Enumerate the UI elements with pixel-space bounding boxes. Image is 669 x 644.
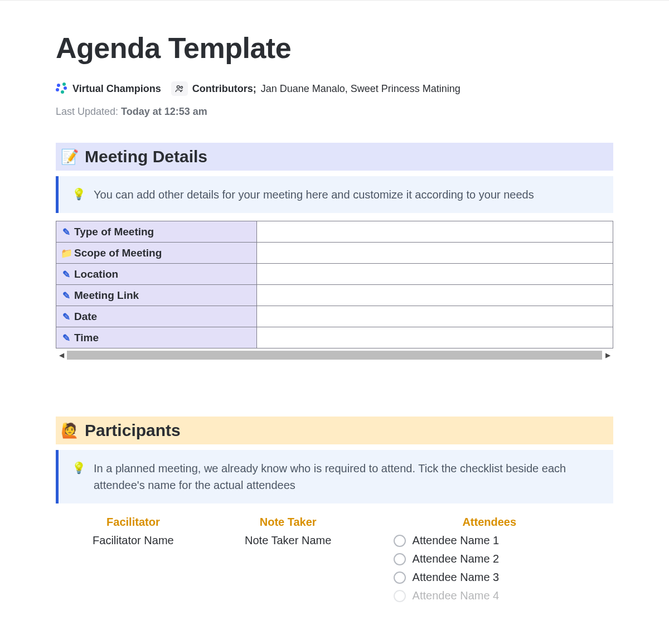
contributors-icon <box>171 81 188 96</box>
memo-icon: 📝 <box>61 148 78 165</box>
participants-callout-text: In a planned meeting, we already know wh… <box>94 460 600 493</box>
attendee-name[interactable]: Attendee Name 3 <box>413 571 500 584</box>
table-row: ✎Type of Meeting <box>56 221 613 243</box>
team-logo-icon <box>56 83 68 95</box>
table-row: ✎Time <box>56 327 613 348</box>
contributors-names: Jan Duane Manalo, Sweet Princess Matinin… <box>261 83 460 95</box>
section-header-meeting-details: 📝 Meeting Details <box>56 143 613 171</box>
meta-row: Virtual Champions Contributors; Jan Duan… <box>56 81 613 96</box>
detail-label: Time <box>74 332 99 343</box>
last-updated: Last Updated: Today at 12:53 am <box>56 106 613 118</box>
detail-label-cell[interactable]: ✎Time <box>56 327 257 348</box>
meeting-details-callout-text: You can add other details for your meeti… <box>94 186 534 203</box>
svg-point-1 <box>181 86 183 89</box>
attendee-name[interactable]: Attendee Name 1 <box>413 534 500 547</box>
detail-label: Meeting Link <box>74 289 139 301</box>
raising-hand-icon: 🙋 <box>61 422 78 439</box>
detail-label-cell[interactable]: ✎Location <box>56 264 257 285</box>
table-row: 📁Scope of Meeting <box>56 243 613 264</box>
attendee-name[interactable]: Attendee Name 2 <box>413 553 500 565</box>
detail-label: Scope of Meeting <box>74 247 162 259</box>
pencil-icon: ✎ <box>61 290 72 302</box>
lightbulb-icon: 💡 <box>72 460 86 476</box>
detail-label-cell[interactable]: ✎Type of Meeting <box>56 221 257 243</box>
detail-label-cell[interactable]: 📁Scope of Meeting <box>56 243 257 264</box>
document-page: Agenda Template Virtual Champions Contri… <box>0 0 669 630</box>
notetaker-name[interactable]: Note Taker Name <box>211 534 366 547</box>
contributors-chip[interactable]: Contributors; Jan Duane Manalo, Sweet Pr… <box>171 81 460 96</box>
facilitator-header: Facilitator <box>56 516 211 529</box>
detail-value-cell[interactable] <box>257 221 613 243</box>
scrollbar-thumb[interactable] <box>67 351 602 360</box>
folder-icon: 📁 <box>61 248 72 259</box>
pencil-icon: ✎ <box>61 311 72 323</box>
detail-label: Type of Meeting <box>74 226 154 238</box>
detail-value-cell[interactable] <box>257 306 613 327</box>
scroll-left-icon[interactable]: ◀ <box>56 350 67 361</box>
attendee-list: Attendee Name 1Attendee Name 2Attendee N… <box>366 534 613 602</box>
contributors-label-text: Contributors <box>192 83 253 94</box>
last-updated-label: Last Updated: <box>56 106 118 117</box>
meeting-details-table: ✎Type of Meeting📁Scope of Meeting✎Locati… <box>56 221 613 348</box>
attendees-header: Attendees <box>366 516 613 529</box>
attendees-column: Attendees Attendee Name 1Attendee Name 2… <box>366 516 613 608</box>
detail-value-cell[interactable] <box>257 327 613 348</box>
team-chip[interactable]: Virtual Champions <box>56 83 161 95</box>
attendee-item: Attendee Name 3 <box>394 571 613 584</box>
page-title: Agenda Template <box>56 31 613 65</box>
notetaker-column: Note Taker Note Taker Name <box>211 516 366 608</box>
svg-point-0 <box>177 86 180 89</box>
attendee-checkbox[interactable] <box>394 553 406 565</box>
table-row: ✎Location <box>56 264 613 285</box>
detail-label-cell[interactable]: ✎Meeting Link <box>56 285 257 306</box>
lightbulb-icon: 💡 <box>72 186 86 202</box>
detail-value-cell[interactable] <box>257 285 613 306</box>
table-row: ✎Date <box>56 306 613 327</box>
attendee-item: Attendee Name 2 <box>394 553 613 565</box>
pencil-icon: ✎ <box>61 332 72 344</box>
scroll-right-icon[interactable]: ▶ <box>602 350 613 361</box>
last-updated-value: Today at 12:53 am <box>121 106 207 117</box>
notetaker-header: Note Taker <box>211 516 366 529</box>
participants-heading: Participants <box>85 421 181 440</box>
attendee-name[interactable]: Attendee Name 4 <box>413 589 500 602</box>
detail-label: Date <box>74 311 97 322</box>
participants-callout: 💡 In a planned meeting, we already know … <box>56 450 613 503</box>
detail-value-cell[interactable] <box>257 264 613 285</box>
attendee-checkbox[interactable] <box>394 572 406 584</box>
table-row: ✎Meeting Link <box>56 285 613 306</box>
pencil-icon: ✎ <box>61 269 72 280</box>
attendee-checkbox[interactable] <box>394 590 406 602</box>
horizontal-scrollbar[interactable]: ◀ ▶ <box>56 350 613 361</box>
facilitator-column: Facilitator Facilitator Name <box>56 516 211 608</box>
detail-label-cell[interactable]: ✎Date <box>56 306 257 327</box>
attendee-item: Attendee Name 1 <box>394 534 613 547</box>
section-header-participants: 🙋 Participants <box>56 417 613 444</box>
attendee-item: Attendee Name 4 <box>394 589 613 602</box>
detail-value-cell[interactable] <box>257 243 613 264</box>
contributors-label: Contributors; <box>192 83 256 95</box>
contributors-sep: ; <box>253 83 256 94</box>
detail-label: Location <box>74 268 118 280</box>
attendee-checkbox[interactable] <box>394 535 406 547</box>
meeting-details-callout: 💡 You can add other details for your mee… <box>56 176 613 213</box>
pencil-icon: ✎ <box>61 226 72 238</box>
participants-grid: Facilitator Facilitator Name Note Taker … <box>56 516 613 608</box>
facilitator-name[interactable]: Facilitator Name <box>56 534 211 547</box>
team-name: Virtual Champions <box>72 83 161 95</box>
meeting-details-heading: Meeting Details <box>85 147 207 166</box>
